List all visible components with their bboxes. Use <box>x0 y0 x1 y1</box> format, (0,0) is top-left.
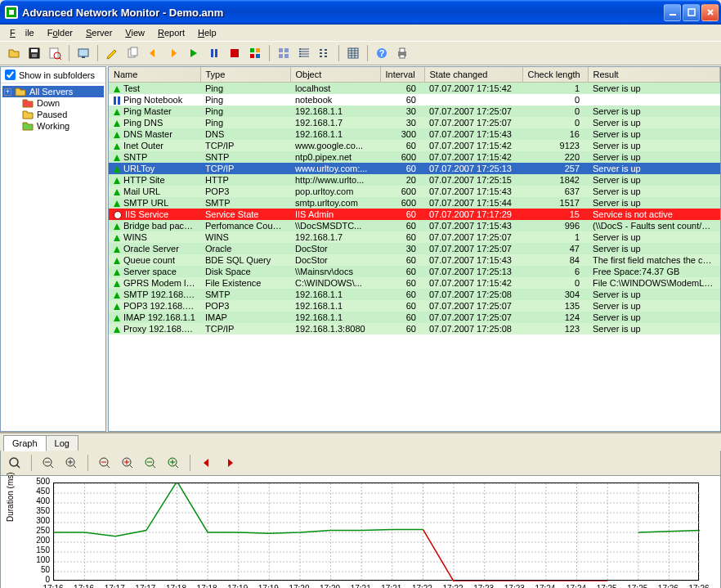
run-icon[interactable] <box>185 44 203 62</box>
show-subfolders-checkbox[interactable]: Show in subfolders <box>1 67 105 83</box>
close-button[interactable] <box>701 4 719 21</box>
table-row[interactable]: Oracle ServerOracleDocStor3007.07.2007 1… <box>109 243 720 254</box>
menu-file[interactable]: File <box>5 26 39 39</box>
table-row[interactable]: Ping MasterPing192.168.1.13007.07.2007 1… <box>109 105 720 117</box>
svg-point-25 <box>299 51 301 52</box>
table-row[interactable]: SNTPSNTPntp0.pipex.net60007.07.2007 17:1… <box>109 151 720 163</box>
col-interval[interactable]: Interval <box>380 67 424 83</box>
table-row[interactable]: SMTP 192.168.1.1SMTP192.168.1.16007.07.2… <box>109 289 720 300</box>
help-icon[interactable]: ? <box>373 44 391 62</box>
svg-rect-18 <box>250 54 254 58</box>
status-up-icon <box>114 269 120 276</box>
view-small-icon[interactable] <box>316 44 334 62</box>
status-up-icon <box>114 86 120 92</box>
menu-server[interactable]: Server <box>81 26 117 39</box>
copy-icon[interactable] <box>123 44 141 62</box>
open-icon[interactable] <box>5 44 23 62</box>
folder-icon <box>22 121 34 131</box>
scroll-left-icon[interactable] <box>198 454 216 472</box>
view-large-icon[interactable] <box>275 44 293 62</box>
table-row[interactable]: TestPinglocalhost6007.07.2007 17:15:421S… <box>109 83 720 95</box>
col-object[interactable]: Object <box>290 67 380 83</box>
table-row[interactable]: Inet OuterTCP/IPwww.google.co...6007.07.… <box>109 140 720 151</box>
table-row[interactable]: IMAP 192.168.1.1IMAP192.168.1.16007.07.2… <box>109 312 720 323</box>
move-left-icon[interactable] <box>144 44 162 62</box>
table-row[interactable]: Mail URLPOP3pop.urltoy.com60007.07.2007 … <box>109 186 720 197</box>
view-list-icon[interactable] <box>295 44 313 62</box>
new-monitor-icon[interactable] <box>74 44 92 62</box>
table-row[interactable]: DNS MasterDNS192.168.1.130007.07.2007 17… <box>109 128 720 140</box>
chart-plot[interactable] <box>53 483 699 581</box>
edit-icon[interactable] <box>103 44 121 62</box>
col-type[interactable]: Type <box>200 67 290 83</box>
print-icon[interactable] <box>393 44 411 62</box>
col-state-changed[interactable]: State changed <box>424 67 522 83</box>
svg-rect-21 <box>284 48 289 52</box>
svg-rect-15 <box>231 49 239 57</box>
svg-rect-22 <box>279 54 283 58</box>
menu-report[interactable]: Report <box>153 26 190 39</box>
zoom-in-y-icon[interactable] <box>62 454 80 472</box>
svg-rect-23 <box>284 54 289 58</box>
table-row[interactable]: POP3 192.168.1.1POP3192.168.1.16007.07.2… <box>109 300 720 312</box>
move-right-icon[interactable] <box>164 44 182 62</box>
check-all-icon[interactable] <box>246 44 264 62</box>
status-up-icon <box>114 258 120 264</box>
toolbar: ? <box>0 42 721 65</box>
tab-log[interactable]: Log <box>46 435 78 451</box>
col-result[interactable]: Result <box>588 67 720 83</box>
svg-rect-20 <box>279 48 283 52</box>
tab-graph[interactable]: Graph <box>3 435 47 451</box>
table-row[interactable]: IIS ServiceService StateIIS Admin6007.07… <box>109 209 720 220</box>
zoom-out-x-icon[interactable] <box>96 454 114 472</box>
pause-icon[interactable] <box>205 44 223 62</box>
menu-folder[interactable]: Folder <box>43 26 78 39</box>
menu-view[interactable]: View <box>120 26 150 39</box>
maximize-button[interactable] <box>683 4 700 21</box>
table-row[interactable]: HTTP SiteHTTPhttp://www.urlto...2007.07.… <box>109 174 720 186</box>
tree-item-all-servers[interactable]: +All Servers <box>2 86 104 97</box>
folder-icon <box>22 98 34 108</box>
svg-point-27 <box>299 56 301 57</box>
col-check-length[interactable]: Check length <box>522 67 588 83</box>
tree-item-paused[interactable]: Paused <box>2 109 104 120</box>
table-row[interactable]: SMTP URLSMTPsmtp.urltoy.com60007.07.2007… <box>109 197 720 209</box>
zoom-in-both-icon[interactable] <box>164 454 182 472</box>
properties-icon[interactable] <box>46 44 64 62</box>
table-row[interactable]: Ping NotebookPingnotebook600 <box>109 94 720 105</box>
table-row[interactable]: URLToyTCP/IPwww.urltoy.com:...6007.07.20… <box>109 163 720 174</box>
view-details-icon[interactable] <box>344 44 362 62</box>
scroll-right-icon[interactable] <box>221 454 239 472</box>
zoom-fit-icon[interactable] <box>6 454 24 472</box>
zoom-in-x-icon[interactable] <box>119 454 137 472</box>
zoom-out-both-icon[interactable] <box>141 454 159 472</box>
svg-rect-1 <box>9 10 14 15</box>
table-row[interactable]: Ping DNSPing192.168.1.73007.07.2007 17:2… <box>109 117 720 128</box>
table-row[interactable]: Queue countBDE SQL QueryDocStor6007.07.2… <box>109 254 720 266</box>
status-up-icon <box>114 303 120 310</box>
svg-rect-10 <box>82 56 85 58</box>
stop-icon[interactable] <box>226 44 244 62</box>
server-table[interactable]: NameTypeObjectIntervalState changedCheck… <box>108 66 721 432</box>
svg-rect-17 <box>256 48 260 52</box>
svg-rect-19 <box>256 54 260 58</box>
zoom-out-y-icon[interactable] <box>39 454 57 472</box>
status-up-icon <box>114 189 120 195</box>
status-paused-icon <box>114 97 120 105</box>
status-up-icon <box>114 166 120 173</box>
svg-rect-33 <box>400 55 405 58</box>
col-name[interactable]: Name <box>109 67 200 83</box>
tree-item-down[interactable]: Down <box>2 97 104 109</box>
svg-rect-16 <box>250 48 254 52</box>
tree-item-working[interactable]: Working <box>2 120 104 132</box>
table-row[interactable]: Bridge bad packetsPerfomance Counter\\Do… <box>109 220 720 231</box>
menu-help[interactable]: Help <box>193 26 222 39</box>
expand-icon[interactable]: + <box>4 88 11 96</box>
table-row[interactable]: GPRS Modem logFile ExistenceC:\WINDOWS\.… <box>109 277 720 289</box>
svg-rect-13 <box>211 49 213 57</box>
save-icon[interactable] <box>25 44 43 62</box>
table-row[interactable]: Proxy 192.168.1.3TCP/IP192.168.1.3:80806… <box>109 323 720 334</box>
table-row[interactable]: WINSWINS192.168.1.76007.07.2007 17:25:07… <box>109 231 720 243</box>
minimize-button[interactable] <box>664 4 681 21</box>
table-row[interactable]: Server spaceDisk Space\\Mainsrv\docs6007… <box>109 266 720 277</box>
